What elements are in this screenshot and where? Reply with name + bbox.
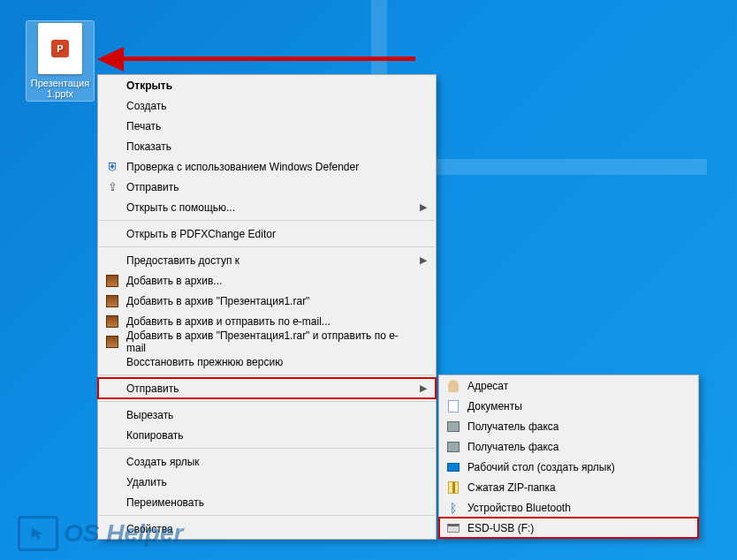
chevron-right-icon: ▶ (420, 201, 427, 213)
menu-item[interactable]: Показать (98, 136, 436, 156)
submenu-item-label: Сжатая ZIP-папка (467, 481, 556, 494)
menu-separator (99, 375, 435, 375)
menu-item[interactable]: Восстановить прежнюю версию (98, 352, 436, 372)
share-icon: ⇪ (105, 180, 119, 194)
submenu-item[interactable]: Сжатая ZIP-папка (439, 477, 698, 497)
menu-separator (99, 401, 435, 402)
rar-icon (105, 314, 119, 329)
menu-item-label: Добавить в архив "Презентация1.rar" и от… (126, 329, 413, 354)
submenu-item[interactable]: Получатель факса (439, 416, 698, 436)
submenu-item-label: ESD-USB (F:) (467, 522, 534, 534)
cursor-icon (18, 516, 58, 551)
menu-item-label: Добавить в архив и отправить по e-mail..… (126, 315, 331, 328)
rar-icon (105, 294, 119, 308)
menu-item-label: Открыть (126, 79, 172, 92)
context-menu: ОткрытьСоздатьПечатьПоказать⛨Проверка с … (97, 74, 437, 540)
submenu-item[interactable]: Документы (439, 396, 698, 416)
menu-separator (99, 220, 435, 221)
submenu-item-label: Получатель факса (467, 420, 559, 433)
menu-item-label: Добавить в архив... (126, 275, 222, 287)
menu-item[interactable]: Предоставить доступ к▶ (98, 250, 436, 270)
menu-separator (99, 246, 435, 247)
menu-item-label: Отправить (126, 181, 179, 193)
submenu-item-label: Адресат (467, 380, 508, 392)
menu-item-label: Копировать (126, 429, 184, 442)
menu-item-label: Предоставить доступ к (126, 254, 239, 267)
submenu-item[interactable]: Получатель факса (439, 436, 698, 457)
context-submenu-send-to: АдресатДокументыПолучатель факсаПолучате… (438, 375, 699, 539)
submenu-item[interactable]: Рабочий стол (создать ярлык) (439, 457, 698, 477)
menu-item-label: Проверка с использованием Windows Defend… (126, 161, 359, 173)
annotation-arrow (97, 47, 415, 73)
shield-icon: ⛨ (105, 160, 119, 174)
zip-icon (446, 481, 460, 495)
menu-item-label: Открыть в PDFXChange Editor (126, 228, 276, 240)
menu-item-label: Показать (126, 140, 171, 153)
menu-item-label: Удалить (126, 476, 167, 488)
menu-item[interactable]: Добавить в архив "Презентация1.rar" и от… (98, 331, 436, 352)
rar-icon (105, 335, 119, 349)
chevron-right-icon: ▶ (420, 254, 427, 266)
desktop-file-presentation[interactable]: P Презентация 1.pptx (27, 21, 94, 101)
menu-item[interactable]: Открыть с помощью...▶ (98, 197, 436, 217)
person-icon (446, 379, 460, 393)
menu-item[interactable]: Открыть в PDFXChange Editor (98, 223, 436, 244)
rar-icon (105, 274, 119, 288)
menu-item-label: Вырезать (126, 409, 173, 421)
watermark-logo: OS Helper (18, 516, 183, 551)
doc-icon (446, 399, 460, 413)
menu-item[interactable]: ⇪Отправить (98, 177, 436, 197)
menu-item[interactable]: Копировать (98, 425, 436, 445)
submenu-item-label: Устройство Bluetooth (467, 502, 571, 514)
menu-item-label: Отправить (126, 382, 179, 395)
menu-item[interactable]: Создать ярлык (98, 451, 436, 472)
submenu-item[interactable]: Адресат (439, 375, 698, 396)
menu-item-label: Создать (126, 100, 167, 112)
file-thumbnail: P (38, 23, 82, 74)
menu-item-label: Восстановить прежнюю версию (126, 356, 283, 368)
menu-item-label: Печать (126, 120, 161, 132)
desk-icon (446, 460, 460, 474)
menu-item[interactable]: Вырезать (98, 405, 436, 425)
menu-item[interactable]: Удалить (98, 472, 436, 492)
menu-separator (99, 448, 435, 449)
fax-icon (446, 420, 460, 434)
bt-icon: ᛒ (446, 501, 460, 515)
menu-item-label: Открыть с помощью... (126, 201, 235, 214)
menu-item[interactable]: Открыть (98, 75, 436, 95)
menu-item-label: Создать ярлык (126, 456, 200, 468)
submenu-item-label: Документы (467, 400, 522, 412)
menu-item-label: Переименовать (126, 496, 204, 509)
chevron-right-icon: ▶ (420, 382, 427, 394)
menu-item[interactable]: Переименовать (98, 492, 436, 512)
powerpoint-icon: P (51, 40, 69, 57)
submenu-item[interactable]: ᛒУстройство Bluetooth (439, 497, 698, 518)
submenu-item-label: Рабочий стол (создать ярлык) (467, 461, 615, 473)
menu-item[interactable]: ⛨Проверка с использованием Windows Defen… (98, 156, 436, 177)
menu-item[interactable]: Отправить▶ (98, 378, 436, 398)
file-label: Презентация 1.pptx (28, 78, 92, 99)
fax-icon (446, 440, 460, 454)
menu-item[interactable]: Создать (98, 95, 436, 116)
submenu-item-label: Получатель факса (467, 441, 559, 453)
submenu-item[interactable]: ESD-USB (F:) (439, 518, 698, 538)
menu-item[interactable]: Добавить в архив... (98, 270, 436, 291)
menu-item[interactable]: Печать (98, 116, 436, 136)
menu-item-label: Добавить в архив "Презентация1.rar" (126, 295, 309, 307)
drive-icon (446, 521, 460, 535)
menu-item[interactable]: Добавить в архив "Презентация1.rar" (98, 291, 436, 311)
